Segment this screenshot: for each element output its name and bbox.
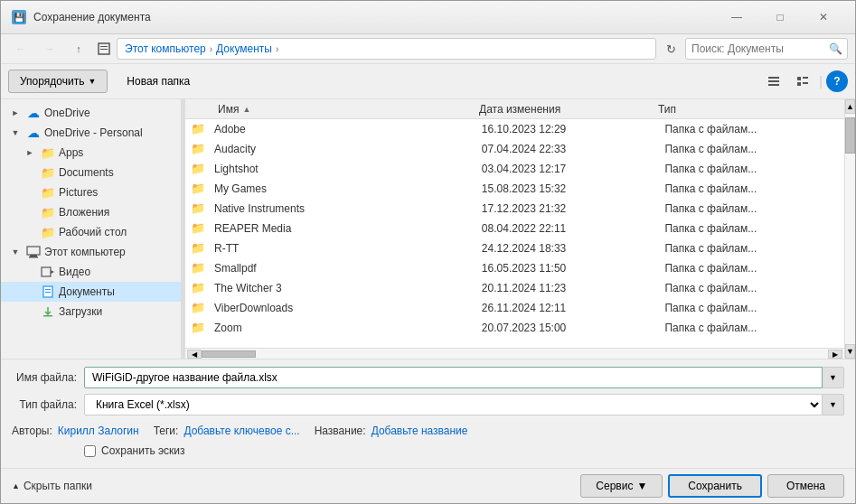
- file-name: R-TT: [207, 242, 475, 255]
- table-row[interactable]: 📁 Adobe 16.10.2023 12:29 Папка с файлам.…: [185, 119, 844, 139]
- file-type: Папка с файлам...: [657, 302, 841, 314]
- sidebar-item-dokumenty[interactable]: ► Документы: [1, 282, 181, 302]
- table-row[interactable]: 📁 Smallpdf 16.05.2023 11:50 Папка с файл…: [185, 258, 844, 278]
- filetype-input-wrapper: Книга Excel (*.xlsx) ▼: [84, 394, 844, 415]
- filename-input[interactable]: [84, 367, 823, 388]
- sidebar-item-video[interactable]: ► Видео: [1, 262, 181, 282]
- table-row[interactable]: 📁 REAPER Media 08.04.2022 22:11 Папка с …: [185, 219, 844, 238]
- table-row[interactable]: 📁 Zoom 20.07.2023 15:00 Папка с файлам..…: [185, 318, 844, 338]
- sidebar-item-downloads[interactable]: ► Загрузки: [1, 302, 181, 322]
- table-row[interactable]: 📁 My Games 15.08.2023 15:32 Папка с файл…: [185, 179, 844, 199]
- up-button[interactable]: ↑: [66, 38, 91, 60]
- file-date: 20.07.2023 15:00: [475, 322, 658, 334]
- table-row[interactable]: 📁 Lightshot 03.04.2023 12:17 Папка с фай…: [185, 159, 844, 179]
- tags-value[interactable]: Добавьте ключевое с...: [183, 425, 299, 437]
- sidebar-item-this-pc[interactable]: ▼ Этот компьютер: [1, 242, 181, 262]
- vertical-scrollbar[interactable]: ▲ ▼: [844, 99, 855, 359]
- scroll-left-button[interactable]: ◀: [187, 350, 202, 359]
- hide-folders-button[interactable]: ▲ Скрыть папки: [12, 480, 92, 492]
- file-type: Папка с файлам...: [657, 262, 841, 275]
- search-icon: 🔍: [829, 42, 842, 55]
- table-row[interactable]: 📁 ViberDownloads 26.11.2024 12:11 Папка …: [185, 298, 844, 318]
- sidebar-item-attachments[interactable]: ► 📁 Вложения: [1, 202, 181, 222]
- cloud-icon: ☁: [26, 106, 41, 120]
- table-row[interactable]: 📁 The Witcher 3 20.11.2024 11:23 Папка с…: [185, 278, 844, 298]
- scroll-up-button[interactable]: ▲: [845, 99, 855, 114]
- scroll-thumb-h[interactable]: [202, 350, 256, 358]
- scroll-right-button[interactable]: ▶: [828, 350, 842, 359]
- filename-row: Имя файла: ▼: [12, 367, 844, 388]
- sidebar-item-documents-od[interactable]: ► 📁 Documents: [1, 163, 181, 182]
- sort-arrow-icon: ▲: [242, 105, 250, 114]
- svg-rect-12: [29, 257, 38, 258]
- location-icon: [97, 42, 111, 56]
- save-dialog: 💾 Сохранение документа — □ ✕ ← → ↑ Этот …: [0, 0, 856, 504]
- service-button[interactable]: Сервис ▼: [580, 474, 663, 498]
- file-name: Adobe: [207, 123, 475, 135]
- sidebar-item-pictures[interactable]: ► 📁 Pictures: [1, 182, 181, 202]
- minimize-button[interactable]: —: [716, 8, 757, 26]
- view-separator: |: [819, 74, 823, 89]
- title-bar-controls: — □ ✕: [716, 8, 844, 26]
- sidebar-label-video: Видео: [59, 266, 90, 278]
- refresh-button[interactable]: ↻: [660, 38, 682, 60]
- sidebar-item-desktop[interactable]: ► 📁 Рабочий стол: [1, 222, 181, 242]
- breadcrumb-item-documents[interactable]: Документы: [216, 42, 272, 55]
- sidebar-label-documents-od: Documents: [59, 166, 114, 179]
- forward-button[interactable]: →: [37, 38, 62, 60]
- documents-icon: [41, 285, 55, 299]
- help-button[interactable]: ?: [826, 70, 848, 92]
- filename-dropdown-button[interactable]: ▼: [823, 367, 844, 388]
- col-name-header[interactable]: Имя ▲: [211, 103, 472, 116]
- sidebar-item-onedrive[interactable]: ► ☁ OneDrive: [1, 103, 181, 123]
- video-icon: [41, 265, 55, 279]
- organize-button[interactable]: Упорядочить ▼: [8, 70, 108, 93]
- file-name: Native Instruments: [207, 202, 475, 215]
- filetype-select[interactable]: Книга Excel (*.xlsx): [84, 394, 823, 415]
- sidebar-label-this-pc: Этот компьютер: [44, 246, 126, 258]
- file-date: 24.12.2024 18:33: [475, 242, 658, 255]
- scroll-down-button[interactable]: ▼: [845, 344, 855, 359]
- file-type: Папка с файлам...: [657, 182, 841, 195]
- name-item: Название: Добавьте название: [315, 425, 468, 437]
- name-value[interactable]: Добавьте название: [372, 425, 468, 437]
- col-type-header[interactable]: Тип: [651, 103, 830, 116]
- search-wrapper: 🔍: [685, 38, 848, 60]
- scroll-thumb[interactable]: [845, 117, 855, 154]
- sidebar-item-apps[interactable]: ► 📁 Apps: [1, 143, 181, 163]
- svg-marker-14: [51, 270, 54, 274]
- file-date: 16.05.2023 11:50: [475, 262, 658, 275]
- authors-value[interactable]: Кирилл Залогин: [58, 425, 139, 437]
- file-name: Lightshot: [207, 163, 475, 175]
- file-folder-icon: 📁: [189, 321, 207, 334]
- file-list[interactable]: 📁 Adobe 16.10.2023 12:29 Папка с файлам.…: [185, 119, 844, 348]
- save-button[interactable]: Сохранить: [668, 474, 762, 498]
- folder-icon: 📁: [41, 205, 55, 219]
- cancel-button[interactable]: Отмена: [767, 474, 844, 498]
- breadcrumb-item-computer[interactable]: Этот компьютер: [125, 42, 206, 55]
- back-button[interactable]: ←: [8, 38, 33, 60]
- sidebar-label-dokumenty: Документы: [59, 285, 115, 298]
- view-list-button[interactable]: [761, 70, 786, 92]
- file-folder-icon: 📁: [189, 182, 207, 195]
- close-button[interactable]: ✕: [803, 8, 844, 26]
- save-thumbnail-label[interactable]: Сохранить эскиз: [101, 444, 185, 457]
- bottom-section: Имя файла: ▼ Тип файла: Книга Excel (*.x…: [1, 359, 855, 468]
- table-row[interactable]: 📁 Audacity 07.04.2024 22:33 Папка с файл…: [185, 139, 844, 159]
- col-date-header[interactable]: Дата изменения: [472, 103, 651, 116]
- horizontal-scrollbar[interactable]: ◀ ▶: [185, 348, 844, 359]
- new-folder-button[interactable]: Новая папка: [115, 70, 202, 93]
- table-row[interactable]: 📁 R-TT 24.12.2024 18:33 Папка с файлам..…: [185, 238, 844, 258]
- file-folder-icon: 📁: [189, 301, 207, 314]
- search-input[interactable]: [685, 38, 848, 60]
- expand-icon: ►: [23, 145, 37, 160]
- view-details-button[interactable]: [790, 70, 815, 92]
- sidebar-item-onedrive-personal[interactable]: ▼ ☁ OneDrive - Personal: [1, 123, 181, 143]
- filetype-dropdown-button[interactable]: ▼: [823, 394, 844, 415]
- folder-icon: 📁: [41, 225, 55, 239]
- save-thumbnail-checkbox[interactable]: [84, 445, 96, 457]
- maximize-button[interactable]: □: [759, 8, 801, 26]
- svg-rect-11: [30, 255, 37, 257]
- table-row[interactable]: 📁 Native Instruments 17.12.2023 21:32 Па…: [185, 199, 844, 219]
- sidebar-label-attachments: Вложения: [59, 206, 109, 219]
